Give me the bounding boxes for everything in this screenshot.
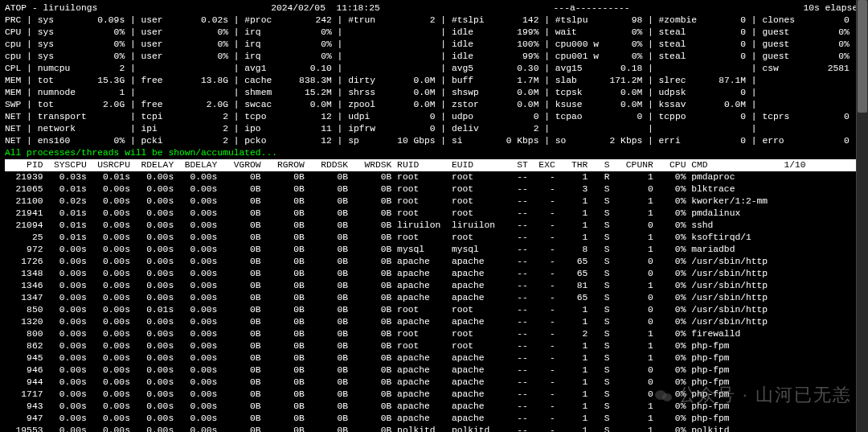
process-row: 21939 0.03s 0.01s 0.00s 0.00s 0B 0B 0B 0… [5, 171, 863, 183]
sys-row-net: NET | ens160 0% | pcki 2 | pcko 12 | sp … [5, 135, 863, 147]
title-datetime: 2024/02/05 11:18:25 [271, 2, 380, 14]
process-row: 19553 0.00s 0.00s 0.00s 0.00s 0B 0B 0B 0… [5, 425, 863, 432]
sys-row-cpu: CPU | sys 0% | user 0% | irq 0% | | idle… [5, 27, 863, 39]
vertical-scrollbar[interactable] [856, 0, 868, 432]
process-row: 800 0.00s 0.00s 0.00s 0.00s 0B 0B 0B 0B … [5, 328, 863, 340]
process-row: 1717 0.00s 0.00s 0.00s 0.00s 0B 0B 0B 0B… [5, 389, 863, 401]
sys-row-prc: PRC | sys 0.09s | user 0.02s | #proc 242… [5, 14, 863, 27]
process-row: 1346 0.00s 0.00s 0.00s 0.00s 0B 0B 0B 0B… [5, 280, 863, 292]
process-row: 944 0.00s 0.00s 0.00s 0.00s 0B 0B 0B 0B … [5, 376, 863, 389]
title-bar: ATOP - liruilongs 2024/02/05 11:18:25 --… [5, 2, 863, 14]
title-host: ATOP - liruilongs [5, 2, 97, 14]
process-row: 850 0.00s 0.00s 0.01s 0.00s 0B 0B 0B 0B … [5, 304, 863, 316]
sys-row-net: NET | network | ipi 2 | ipo 11 | ipfrw 0… [5, 123, 863, 135]
process-row: 25 0.01s 0.00s 0.00s 0.00s 0B 0B 0B 0B r… [5, 232, 863, 244]
title-elapsed: 10s elapsed [803, 2, 863, 14]
sys-row-cpu: cpu | sys 0% | user 0% | irq 0% | | idle… [5, 51, 863, 63]
atop-terminal[interactable]: ATOP - liruilongs 2024/02/05 11:18:25 --… [0, 0, 868, 432]
process-row: 1726 0.00s 0.00s 0.00s 0.00s 0B 0B 0B 0B… [5, 256, 863, 268]
process-row: 21094 0.01s 0.00s 0.00s 0.00s 0B 0B 0B 0… [5, 220, 863, 232]
system-stats: PRC | sys 0.09s | user 0.02s | #proc 242… [5, 14, 863, 147]
process-header: PID SYSCPU USRCPU RDELAY BDELAY VGROW RG… [5, 159, 863, 171]
process-row: 945 0.00s 0.00s 0.00s 0.00s 0B 0B 0B 0B … [5, 352, 863, 364]
process-row: 946 0.00s 0.00s 0.00s 0.00s 0B 0B 0B 0B … [5, 364, 863, 376]
process-row: 1320 0.00s 0.00s 0.00s 0.00s 0B 0B 0B 0B… [5, 316, 863, 328]
status-message: All processes/threads will be shown/accu… [5, 147, 863, 159]
process-row: 862 0.00s 0.00s 0.00s 0.00s 0B 0B 0B 0B … [5, 340, 863, 352]
process-row: 1348 0.00s 0.00s 0.00s 0.00s 0B 0B 0B 0B… [5, 268, 863, 280]
process-row: 21065 0.01s 0.00s 0.00s 0.00s 0B 0B 0B 0… [5, 183, 863, 195]
process-row: 21941 0.01s 0.00s 0.00s 0.00s 0B 0B 0B 0… [5, 208, 863, 220]
process-row: 943 0.00s 0.00s 0.00s 0.00s 0B 0B 0B 0B … [5, 401, 863, 413]
sys-row-mem: MEM | numnode 1 | | shmem 15.2M | shrss … [5, 87, 863, 99]
process-row: 21100 0.02s 0.00s 0.00s 0.00s 0B 0B 0B 0… [5, 195, 863, 208]
sys-row-net: NET | transport | tcpi 2 | tcpo 12 | udp… [5, 111, 863, 123]
sys-row-cpu: cpu | sys 0% | user 0% | irq 0% | | idle… [5, 39, 863, 51]
scrollbar-thumb[interactable] [858, 0, 867, 113]
process-list: 21939 0.03s 0.01s 0.00s 0.00s 0B 0B 0B 0… [5, 171, 863, 432]
process-row: 972 0.00s 0.00s 0.00s 0.00s 0B 0B 0B 0B … [5, 244, 863, 256]
sys-row-swp: SWP | tot 2.0G | free 2.0G | swcac 0.0M … [5, 99, 863, 111]
sys-row-mem: MEM | tot 15.3G | free 13.8G | cache 838… [5, 75, 863, 87]
title-flags: ---a---------- [554, 2, 630, 14]
process-row: 1347 0.00s 0.00s 0.00s 0.00s 0B 0B 0B 0B… [5, 292, 863, 304]
sys-row-cpl: CPL | numcpu 2 | | avg1 0.10 | | avg5 0.… [5, 63, 863, 75]
process-row: 947 0.00s 0.00s 0.00s 0.00s 0B 0B 0B 0B … [5, 413, 863, 425]
